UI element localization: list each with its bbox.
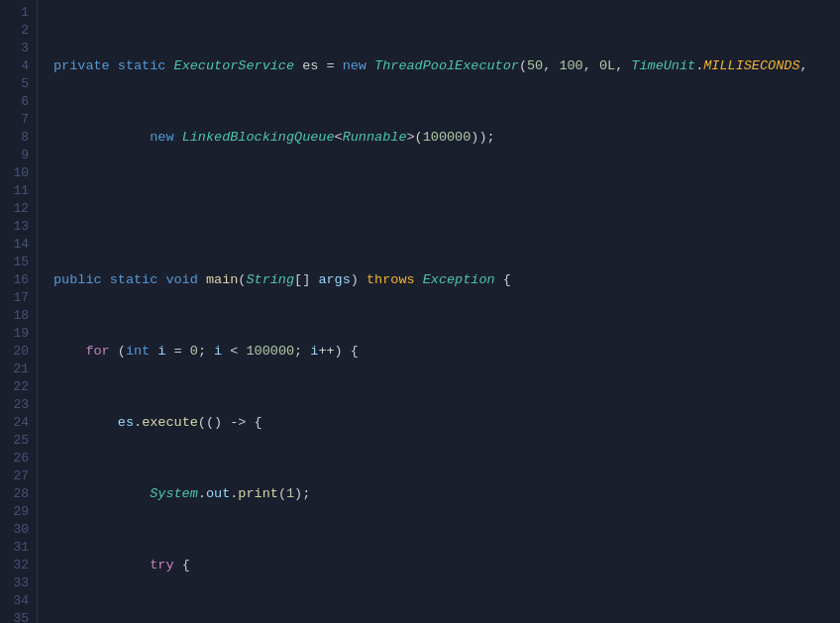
line-num-16: 16 [0, 271, 37, 289]
code-line-4: public static void main(String[] args) t… [53, 271, 840, 289]
line-num-17: 17 [0, 289, 37, 307]
line-num-4: 4 [0, 57, 37, 75]
line-num-8: 8 [0, 129, 37, 147]
line-num-1: 1 [0, 4, 37, 22]
line-num-32: 32 [0, 557, 37, 574]
line-num-10: 10 [0, 164, 37, 182]
line-num-14: 14 [0, 236, 37, 254]
line-num-24: 24 [0, 414, 37, 432]
line-num-26: 26 [0, 450, 37, 467]
line-num-23: 23 [0, 396, 37, 414]
code-line-3 [53, 200, 840, 218]
line-num-31: 31 [0, 539, 37, 557]
line-num-30: 30 [0, 521, 37, 539]
line-numbers: 1 2 3 4 5 6 7 8 9 10 11 12 13 14 15 16 1… [0, 0, 38, 623]
line-num-34: 34 [0, 592, 37, 610]
line-num-25: 25 [0, 432, 37, 450]
line-num-21: 21 [0, 361, 37, 378]
line-num-29: 29 [0, 503, 37, 521]
line-num-18: 18 [0, 307, 37, 325]
line-num-2: 2 [0, 22, 37, 40]
code-line-5: for (int i = 0; i < 100000; i++) { [53, 343, 840, 361]
code-line-1: private static ExecutorService es = new … [53, 57, 840, 75]
code-text[interactable]: private static ExecutorService es = new … [38, 0, 840, 623]
line-num-27: 27 [0, 467, 37, 485]
code-line-2: new LinkedBlockingQueue<Runnable>(100000… [53, 129, 840, 147]
line-num-11: 11 [0, 182, 37, 200]
code-line-7: System.out.print(1); [53, 485, 840, 503]
line-num-7: 7 [0, 111, 37, 129]
line-num-6: 6 [0, 93, 37, 111]
line-num-12: 12 [0, 200, 37, 218]
line-num-19: 19 [0, 325, 37, 343]
line-num-5: 5 [0, 75, 37, 93]
code-line-6: es.execute(() -> { [53, 414, 840, 432]
line-num-13: 13 [0, 218, 37, 236]
line-num-28: 28 [0, 485, 37, 503]
line-num-20: 20 [0, 343, 37, 361]
line-num-33: 33 [0, 574, 37, 592]
line-num-9: 9 [0, 147, 37, 164]
line-num-3: 3 [0, 40, 37, 57]
line-num-22: 22 [0, 378, 37, 396]
line-num-35: 35 [0, 610, 37, 623]
code-editor: 1 2 3 4 5 6 7 8 9 10 11 12 13 14 15 16 1… [0, 0, 840, 623]
code-line-8: try { [53, 557, 840, 574]
line-num-15: 15 [0, 254, 37, 271]
